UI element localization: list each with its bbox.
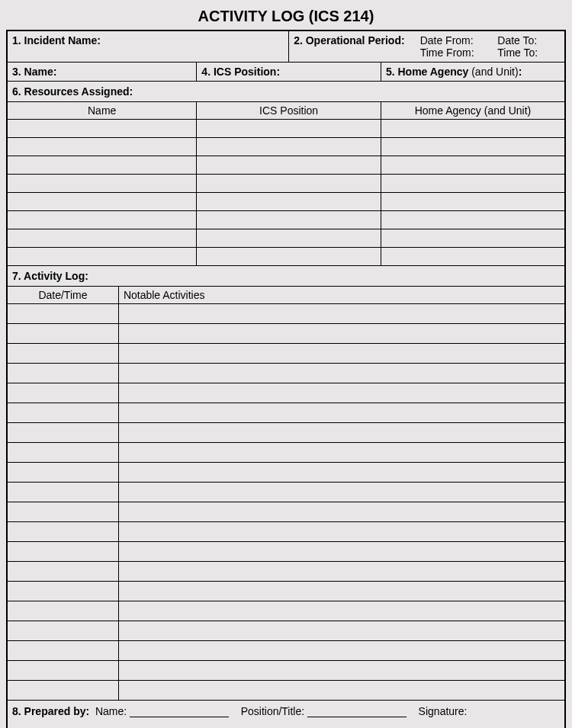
alog-act[interactable] bbox=[118, 463, 565, 483]
alog-act[interactable] bbox=[118, 661, 565, 681]
alog-act[interactable] bbox=[118, 443, 565, 463]
alog-act[interactable] bbox=[118, 324, 565, 344]
alog-dt[interactable] bbox=[7, 443, 118, 463]
res-cell[interactable] bbox=[197, 211, 381, 229]
field-home-agency[interactable]: 5. Home Agency (and Unit): bbox=[381, 63, 565, 82]
alog-act[interactable] bbox=[118, 621, 565, 641]
alog-dt[interactable] bbox=[7, 522, 118, 542]
res-cell[interactable] bbox=[7, 138, 197, 156]
res-cell[interactable] bbox=[381, 175, 565, 193]
alog-act[interactable] bbox=[118, 423, 565, 443]
alog-dt[interactable] bbox=[7, 562, 118, 582]
alog-dt[interactable] bbox=[7, 502, 118, 522]
res-col-ics: ICS Position bbox=[197, 102, 381, 120]
op-time-to: Time To: bbox=[497, 47, 560, 59]
field-name[interactable]: 3. Name: bbox=[7, 63, 197, 82]
res-cell[interactable] bbox=[381, 120, 565, 138]
res-cell[interactable] bbox=[197, 175, 381, 193]
form-title: ACTIVITY LOG (ICS 214) bbox=[6, 6, 566, 30]
alog-act[interactable] bbox=[118, 304, 565, 324]
res-cell[interactable] bbox=[7, 229, 197, 248]
alog-dt[interactable] bbox=[7, 582, 118, 601]
res-cell[interactable] bbox=[197, 138, 381, 156]
field-prepared-by[interactable]: 8. Prepared by: Name: Position/Title: Si… bbox=[7, 701, 565, 729]
alog-dt[interactable] bbox=[7, 542, 118, 562]
res-cell[interactable] bbox=[7, 120, 197, 138]
alog-act[interactable] bbox=[118, 403, 565, 423]
alog-act[interactable] bbox=[118, 601, 565, 621]
res-cell[interactable] bbox=[197, 248, 381, 266]
alog-dt[interactable] bbox=[7, 621, 118, 641]
res-cell[interactable] bbox=[197, 193, 381, 211]
res-cell[interactable] bbox=[381, 229, 565, 248]
alog-dt[interactable] bbox=[7, 681, 118, 701]
prep-name-line[interactable] bbox=[130, 707, 229, 717]
alog-col-activities: Notable Activities bbox=[118, 287, 565, 304]
alog-dt[interactable] bbox=[7, 483, 118, 502]
alog-dt[interactable] bbox=[7, 641, 118, 661]
alog-act[interactable] bbox=[118, 483, 565, 502]
alog-dt[interactable] bbox=[7, 324, 118, 344]
field-ics-position[interactable]: 4. ICS Position: bbox=[197, 63, 381, 82]
alog-dt[interactable] bbox=[7, 661, 118, 681]
alog-act[interactable] bbox=[118, 681, 565, 701]
res-cell[interactable] bbox=[381, 138, 565, 156]
section-resources-assigned: 6. Resources Assigned: bbox=[7, 82, 565, 102]
prep-position-line[interactable] bbox=[307, 707, 407, 717]
res-cell[interactable] bbox=[7, 248, 197, 266]
op-date-to: Date To: bbox=[497, 34, 560, 47]
res-cell[interactable] bbox=[7, 175, 197, 193]
op-date-from: Date From: bbox=[420, 34, 483, 47]
alog-act[interactable] bbox=[118, 522, 565, 542]
res-col-agency: Home Agency (and Unit) bbox=[381, 102, 565, 120]
op-time-from: Time From: bbox=[420, 47, 483, 59]
res-cell[interactable] bbox=[381, 193, 565, 211]
res-cell[interactable] bbox=[197, 120, 381, 138]
alog-dt[interactable] bbox=[7, 344, 118, 364]
alog-col-datetime: Date/Time bbox=[7, 287, 118, 304]
alog-act[interactable] bbox=[118, 344, 565, 364]
alog-dt[interactable] bbox=[7, 304, 118, 324]
alog-act[interactable] bbox=[118, 542, 565, 562]
alog-dt[interactable] bbox=[7, 423, 118, 443]
res-cell[interactable] bbox=[197, 156, 381, 175]
field-incident-name[interactable]: 1. Incident Name: bbox=[7, 30, 289, 63]
res-cell[interactable] bbox=[7, 211, 197, 229]
alog-dt[interactable] bbox=[7, 463, 118, 483]
alog-act[interactable] bbox=[118, 562, 565, 582]
res-cell[interactable] bbox=[197, 229, 381, 248]
alog-act[interactable] bbox=[118, 582, 565, 601]
section-activity-log: 7. Activity Log: bbox=[7, 266, 565, 287]
res-cell[interactable] bbox=[381, 248, 565, 266]
alog-dt[interactable] bbox=[7, 383, 118, 403]
res-cell[interactable] bbox=[7, 193, 197, 211]
res-cell[interactable] bbox=[381, 211, 565, 229]
alog-act[interactable] bbox=[118, 364, 565, 383]
alog-act[interactable] bbox=[118, 641, 565, 661]
alog-dt[interactable] bbox=[7, 601, 118, 621]
res-cell[interactable] bbox=[381, 156, 565, 175]
alog-dt[interactable] bbox=[7, 364, 118, 383]
form-table: 1. Incident Name: 2. Operational Period:… bbox=[6, 30, 566, 728]
prep-signature-line[interactable] bbox=[12, 719, 111, 728]
alog-dt[interactable] bbox=[7, 403, 118, 423]
alog-act[interactable] bbox=[118, 502, 565, 522]
res-col-name: Name bbox=[7, 102, 197, 120]
res-cell[interactable] bbox=[7, 156, 197, 175]
alog-act[interactable] bbox=[118, 383, 565, 403]
field-operational-period[interactable]: 2. Operational Period: Date From: Date T… bbox=[289, 30, 565, 63]
